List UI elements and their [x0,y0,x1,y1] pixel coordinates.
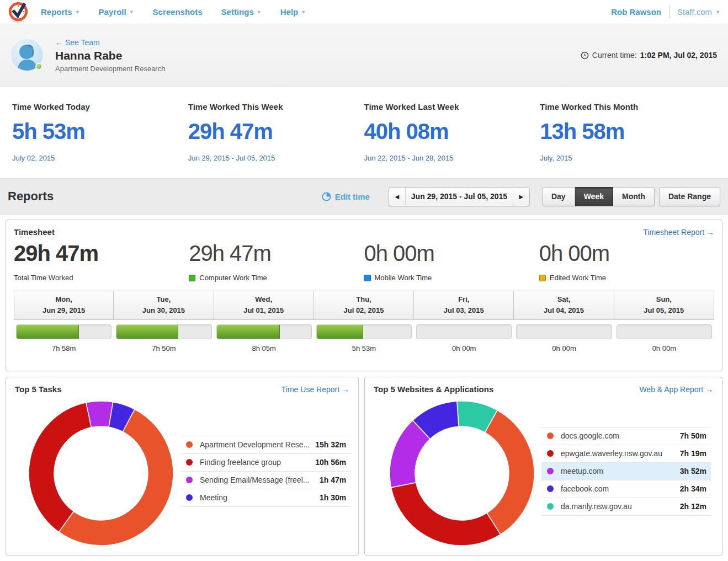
profile-current-task: Apartment Development Research [55,65,165,73]
stat-title: Time Worked Last Week [364,102,540,111]
legend-label: Meeting [200,493,227,502]
summary-mobile: 0h 00m Mobile Work Time [364,241,539,282]
legend-value: 15h 32m [310,440,346,449]
timesheet-summary: 29h 47m Total Time Worked 29h 47m Comput… [14,241,714,282]
date-range-navigator: ◀ Jun 29, 2015 - Jul 05, 2015 ▶ [389,187,530,206]
day-progress-track [216,324,312,339]
nav-right-area: Rob Rawson Staff.com▼ [611,6,720,18]
day-column: Mon,Jun 29, 2015 7h 58m [14,291,114,352]
legend-row[interactable]: Sending Email/Message (freel... 1h 47m [180,472,350,489]
nav-payroll[interactable]: Payroll▼ [99,7,134,17]
stat-value: 5h 53m [12,119,188,144]
legend-row[interactable]: epwgate.waverley.nsw.gov.au 7h 19m [541,445,711,463]
org-menu[interactable]: Staff.com▼ [677,7,720,17]
day-time-label: 5h 53m [314,344,414,352]
next-week-arrow[interactable]: ▶ [513,188,529,206]
day-progress-fill [17,325,79,339]
day-column: Fri,Jul 03, 2015 0h 00m [414,291,514,352]
summary-value: 29h 47m [189,241,364,266]
profile-info: ← See Team Hanna Rabe Apartment Developm… [55,38,165,73]
timesheet-report-link[interactable]: Timesheet Report → [643,228,714,237]
date-range-label[interactable]: Jun 29, 2015 - Jul 05, 2015 [406,188,513,206]
profile-name: Hanna Rabe [55,49,165,62]
summary-label: Total Time Worked [14,274,73,282]
legend-row[interactable]: Meeting 1h 30m [180,489,350,507]
day-time-label: 0h 00m [514,344,614,352]
current-time: Current time: 1:02 PM, Jul 02, 2015 [581,51,717,60]
time-use-report-link[interactable]: Time Use Report → [281,385,349,394]
nav-help[interactable]: Help▼ [280,7,306,17]
main-menu: Reports▼ Payroll▼ Screenshots Settings▼ … [41,7,306,17]
summary-total: 29h 47m Total Time Worked [14,241,189,282]
series-color-dot [186,459,193,466]
day-column: Thu,Jul 02, 2015 5h 53m [314,291,414,352]
stat-title: Time Worked This Week [188,102,364,111]
stat-title: Time Worked This Month [540,102,716,111]
nav-divider [669,6,669,18]
websites-donut-chart[interactable] [388,399,536,547]
day-progress-track [416,324,512,339]
view-month-button[interactable]: Month [613,187,655,206]
week-day-grid: Mon,Jun 29, 2015 7h 58m Tue,Jun 30, 2015… [14,291,714,352]
avatar[interactable] [11,39,43,71]
view-switcher: Day Week Month Date Range [542,187,720,206]
legend-row[interactable]: facebook.com 2h 34m [541,480,711,498]
tasks-donut-chart[interactable] [27,399,175,547]
legend-value: 7h 19m [674,449,706,458]
see-team-link[interactable]: ← See Team [55,38,165,47]
day-time-label: 7h 58m [14,344,114,352]
top-tasks-title: Top 5 Tasks [15,384,61,394]
legend-value: 1h 30m [314,493,346,502]
view-day-button[interactable]: Day [542,187,575,206]
current-time-label: Current time: [592,51,637,60]
series-color-dot [547,450,554,457]
stat-period: July, 2015 [540,154,716,162]
legend-row[interactable]: Apartment Development Rese... 15h 32m [180,436,350,454]
summary-value: 29h 47m [14,241,189,266]
day-header: Fri,Jul 03, 2015 [413,291,514,320]
legend-label: meetup.com [561,467,603,475]
nav-settings[interactable]: Settings▼ [221,7,262,17]
chevron-down-icon: ▼ [301,9,306,15]
logged-in-user-link[interactable]: Rob Rawson [611,7,661,17]
stat-last-week: Time Worked Last Week 40h 08m Jun 22, 20… [364,102,540,178]
day-header: Sat,Jul 04, 2015 [513,291,614,320]
legend-value: 10h 56m [310,458,346,467]
previous-week-arrow[interactable]: ◀ [389,188,406,206]
stat-title: Time Worked Today [12,102,188,111]
nav-payroll-label: Payroll [99,7,126,17]
stat-period: July 02, 2015 [12,154,188,162]
legend-row[interactable]: da.manly.nsw.gov.au 2h 12m [541,498,711,516]
legend-row[interactable]: docs.google.com 7h 50m [541,428,711,445]
stat-this-week: Time Worked This Week 29h 47m Jun 29, 20… [188,102,364,178]
edit-time-clock-icon [322,192,331,201]
day-column: Tue,Jun 30, 2015 7h 50m [114,291,214,352]
day-header: Thu,Jul 02, 2015 [313,291,414,320]
day-time-label: 0h 00m [414,344,514,352]
online-status-dot [35,63,42,70]
nav-help-label: Help [280,7,299,17]
chevron-down-icon: ▼ [715,9,720,15]
staffcom-clock-logo[interactable] [8,2,29,23]
legend-value: 1h 47m [314,475,346,484]
bottom-panels: Top 5 Tasks Time Use Report → Apartment … [6,377,722,555]
series-color-dot [186,477,193,483]
nav-reports[interactable]: Reports▼ [41,7,80,17]
edited-time-swatch [539,275,546,281]
day-time-label: 8h 05m [214,344,314,352]
day-header: Tue,Jun 30, 2015 [113,291,214,320]
edit-time-button[interactable]: Edit time [322,192,370,201]
legend-value: 7h 50m [674,431,706,440]
legend-label: da.manly.nsw.gov.au [561,502,632,511]
stat-value: 13h 58m [540,119,716,144]
legend-label: facebook.com [561,484,609,493]
web-app-report-link[interactable]: Web & App Report → [639,385,713,394]
day-progress-track [617,324,712,339]
legend-row[interactable]: Finding freelance group 10h 56m [180,454,350,472]
legend-row[interactable]: meetup.com 3h 52m [541,463,711,480]
view-date-range-button[interactable]: Date Range [659,187,720,206]
stat-period: Jun 29, 2015 - Jul 05, 2015 [188,154,364,162]
series-color-dot [547,485,554,492]
view-week-button[interactable]: Week [575,187,613,206]
nav-screenshots[interactable]: Screenshots [153,7,203,17]
